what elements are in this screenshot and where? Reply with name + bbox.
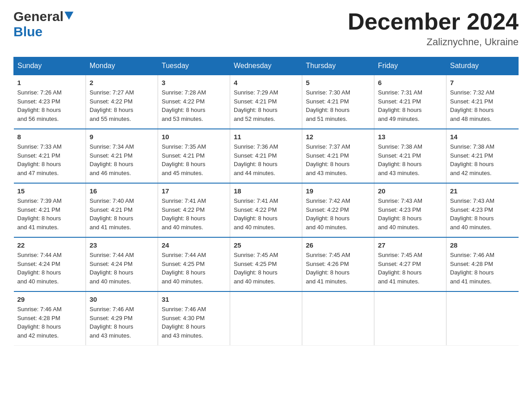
day-info: Sunrise: 7:35 AMSunset: 4:21 PMDaylight:… — [162, 142, 226, 177]
day-number: 12 — [306, 133, 370, 141]
day-number: 16 — [90, 187, 154, 195]
logo-blue-text: Blue — [13, 24, 43, 39]
calendar-day-cell: 13Sunrise: 7:38 AMSunset: 4:21 PMDayligh… — [374, 129, 446, 183]
day-info: Sunrise: 7:37 AMSunset: 4:21 PMDaylight:… — [306, 142, 370, 177]
day-info: Sunrise: 7:46 AMSunset: 4:30 PMDaylight:… — [162, 305, 226, 340]
day-info: Sunrise: 7:45 AMSunset: 4:25 PMDaylight:… — [234, 251, 298, 286]
day-number: 24 — [162, 241, 226, 249]
day-info: Sunrise: 7:28 AMSunset: 4:22 PMDaylight:… — [162, 88, 226, 123]
calendar-day-cell: 19Sunrise: 7:42 AMSunset: 4:22 PMDayligh… — [302, 183, 374, 237]
calendar-day-cell: 9Sunrise: 7:34 AMSunset: 4:21 PMDaylight… — [86, 129, 158, 183]
page-header: General Blue December 2024 Zaliznychne, … — [13, 9, 519, 48]
day-info: Sunrise: 7:36 AMSunset: 4:21 PMDaylight:… — [234, 142, 298, 177]
calendar-day-cell: 17Sunrise: 7:41 AMSunset: 4:22 PMDayligh… — [158, 183, 230, 237]
day-number: 18 — [234, 187, 298, 195]
day-info: Sunrise: 7:41 AMSunset: 4:22 PMDaylight:… — [162, 197, 226, 231]
calendar-day-cell: 3Sunrise: 7:28 AMSunset: 4:22 PMDaylight… — [158, 75, 230, 129]
day-info: Sunrise: 7:41 AMSunset: 4:22 PMDaylight:… — [234, 197, 298, 231]
day-number: 27 — [378, 241, 442, 249]
calendar-day-cell: 30Sunrise: 7:46 AMSunset: 4:29 PMDayligh… — [86, 291, 158, 346]
day-number: 21 — [450, 187, 515, 195]
day-info: Sunrise: 7:27 AMSunset: 4:22 PMDaylight:… — [90, 88, 154, 123]
calendar-week-row: 29Sunrise: 7:46 AMSunset: 4:28 PMDayligh… — [14, 291, 519, 346]
calendar-day-cell — [446, 291, 519, 346]
calendar-day-cell: 11Sunrise: 7:36 AMSunset: 4:21 PMDayligh… — [230, 129, 302, 183]
calendar-day-cell: 12Sunrise: 7:37 AMSunset: 4:21 PMDayligh… — [302, 129, 374, 183]
day-info: Sunrise: 7:34 AMSunset: 4:21 PMDaylight:… — [90, 142, 154, 177]
day-info: Sunrise: 7:43 AMSunset: 4:23 PMDaylight:… — [378, 197, 442, 231]
day-of-week-header: Saturday — [446, 57, 519, 75]
day-number: 4 — [234, 79, 298, 86]
calendar-table: SundayMondayTuesdayWednesdayThursdayFrid… — [13, 57, 519, 346]
svg-marker-0 — [64, 12, 73, 20]
day-number: 25 — [234, 241, 298, 249]
day-of-week-header: Tuesday — [158, 57, 230, 75]
day-number: 13 — [378, 133, 442, 141]
day-number: 17 — [162, 187, 226, 195]
calendar-week-row: 8Sunrise: 7:33 AMSunset: 4:21 PMDaylight… — [14, 129, 519, 183]
calendar-header-row: SundayMondayTuesdayWednesdayThursdayFrid… — [14, 57, 519, 75]
day-number: 8 — [17, 133, 82, 141]
logo-line2: Blue — [13, 24, 43, 39]
calendar-day-cell — [374, 291, 446, 346]
calendar-day-cell: 8Sunrise: 7:33 AMSunset: 4:21 PMDaylight… — [14, 129, 86, 183]
calendar-day-cell: 6Sunrise: 7:31 AMSunset: 4:21 PMDaylight… — [374, 75, 446, 129]
calendar-day-cell: 21Sunrise: 7:43 AMSunset: 4:23 PMDayligh… — [446, 183, 519, 237]
month-title: December 2024 — [348, 9, 519, 34]
day-info: Sunrise: 7:31 AMSunset: 4:21 PMDaylight:… — [378, 88, 442, 123]
day-number: 5 — [306, 79, 370, 86]
calendar-day-cell: 7Sunrise: 7:32 AMSunset: 4:21 PMDaylight… — [446, 75, 519, 129]
calendar-day-cell: 15Sunrise: 7:39 AMSunset: 4:21 PMDayligh… — [14, 183, 86, 237]
day-number: 31 — [162, 295, 226, 303]
day-number: 23 — [90, 241, 154, 249]
day-info: Sunrise: 7:38 AMSunset: 4:21 PMDaylight:… — [378, 142, 442, 177]
day-info: Sunrise: 7:44 AMSunset: 4:24 PMDaylight:… — [17, 251, 82, 286]
day-number: 1 — [17, 79, 82, 86]
day-number: 26 — [306, 241, 370, 249]
day-info: Sunrise: 7:46 AMSunset: 4:28 PMDaylight:… — [450, 251, 515, 286]
day-info: Sunrise: 7:26 AMSunset: 4:23 PMDaylight:… — [17, 88, 82, 123]
day-number: 20 — [378, 187, 442, 195]
day-of-week-header: Sunday — [14, 57, 86, 75]
day-number: 3 — [162, 79, 226, 86]
calendar-week-row: 1Sunrise: 7:26 AMSunset: 4:23 PMDaylight… — [14, 75, 519, 129]
day-number: 19 — [306, 187, 370, 195]
day-number: 11 — [234, 133, 298, 141]
calendar-day-cell: 27Sunrise: 7:45 AMSunset: 4:27 PMDayligh… — [374, 237, 446, 291]
day-info: Sunrise: 7:29 AMSunset: 4:21 PMDaylight:… — [234, 88, 298, 123]
day-number: 29 — [17, 295, 82, 303]
calendar-day-cell: 22Sunrise: 7:44 AMSunset: 4:24 PMDayligh… — [14, 237, 86, 291]
logo-line1: General — [13, 9, 73, 24]
day-number: 30 — [90, 295, 154, 303]
calendar-day-cell: 25Sunrise: 7:45 AMSunset: 4:25 PMDayligh… — [230, 237, 302, 291]
location: Zaliznychne, Ukraine — [348, 36, 519, 48]
calendar-day-cell — [302, 291, 374, 346]
day-info: Sunrise: 7:46 AMSunset: 4:29 PMDaylight:… — [90, 305, 154, 340]
day-info: Sunrise: 7:42 AMSunset: 4:22 PMDaylight:… — [306, 197, 370, 231]
calendar-day-cell: 24Sunrise: 7:44 AMSunset: 4:25 PMDayligh… — [158, 237, 230, 291]
calendar-day-cell: 16Sunrise: 7:40 AMSunset: 4:21 PMDayligh… — [86, 183, 158, 237]
day-of-week-header: Friday — [374, 57, 446, 75]
calendar-day-cell: 18Sunrise: 7:41 AMSunset: 4:22 PMDayligh… — [230, 183, 302, 237]
logo-arrow-icon — [64, 12, 73, 21]
day-number: 10 — [162, 133, 226, 141]
logo: General Blue — [13, 9, 73, 39]
calendar-day-cell: 29Sunrise: 7:46 AMSunset: 4:28 PMDayligh… — [14, 291, 86, 346]
day-info: Sunrise: 7:45 AMSunset: 4:27 PMDaylight:… — [378, 251, 442, 286]
calendar-day-cell: 1Sunrise: 7:26 AMSunset: 4:23 PMDaylight… — [14, 75, 86, 129]
day-of-week-header: Thursday — [302, 57, 374, 75]
day-info: Sunrise: 7:43 AMSunset: 4:23 PMDaylight:… — [450, 197, 515, 231]
calendar-day-cell: 31Sunrise: 7:46 AMSunset: 4:30 PMDayligh… — [158, 291, 230, 346]
day-info: Sunrise: 7:33 AMSunset: 4:21 PMDaylight:… — [17, 142, 82, 177]
logo-general-text: General — [13, 9, 64, 24]
day-info: Sunrise: 7:39 AMSunset: 4:21 PMDaylight:… — [17, 197, 82, 231]
calendar-day-cell: 28Sunrise: 7:46 AMSunset: 4:28 PMDayligh… — [446, 237, 519, 291]
calendar-day-cell: 2Sunrise: 7:27 AMSunset: 4:22 PMDaylight… — [86, 75, 158, 129]
calendar-day-cell: 4Sunrise: 7:29 AMSunset: 4:21 PMDaylight… — [230, 75, 302, 129]
day-info: Sunrise: 7:38 AMSunset: 4:21 PMDaylight:… — [450, 142, 515, 177]
day-number: 28 — [450, 241, 515, 249]
day-number: 22 — [17, 241, 82, 249]
day-info: Sunrise: 7:44 AMSunset: 4:25 PMDaylight:… — [162, 251, 226, 286]
day-info: Sunrise: 7:46 AMSunset: 4:28 PMDaylight:… — [17, 305, 82, 340]
day-number: 2 — [90, 79, 154, 86]
